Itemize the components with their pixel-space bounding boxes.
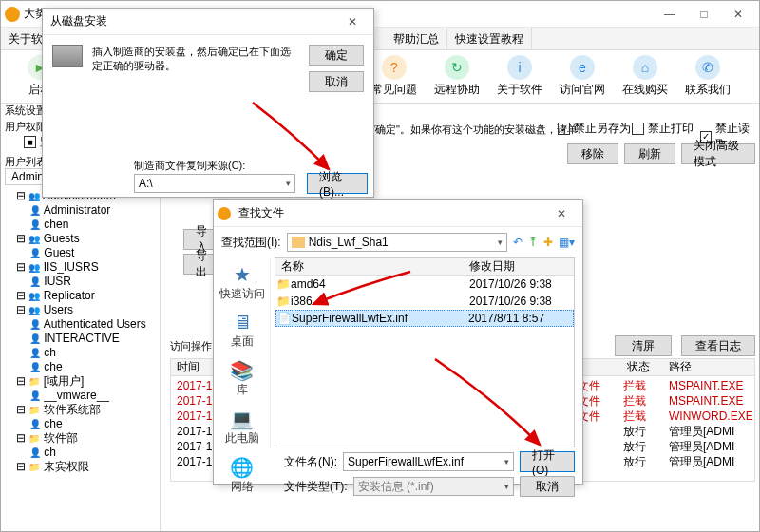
ftype-label: 文件类型(T): [284, 479, 348, 495]
tab-quick[interactable]: 快速设置教程 [447, 28, 532, 49]
range-label: 查找范围(I): [221, 235, 281, 251]
user-tree[interactable]: ⊟ 👥 Administrators👤 Administrator👤 chen⊟… [1, 187, 161, 531]
col-status: 状态 [627, 359, 669, 375]
tree-node[interactable]: ⊟ 👥 Users [3, 303, 158, 317]
src-path-select[interactable]: A:\▾ [134, 174, 295, 193]
tree-node[interactable]: 👤 ch [3, 346, 158, 360]
tree-node[interactable]: 👤 IUSR [3, 275, 158, 289]
tree-node[interactable]: 👤 chen [3, 218, 158, 232]
refresh-icon: ↻ [445, 55, 469, 80]
back-icon[interactable]: ↶ [513, 236, 522, 249]
toolbar-remote[interactable]: ↻远程协助 [434, 55, 480, 98]
minimize-button[interactable]: — [653, 4, 687, 25]
tree-node[interactable]: ⊟ 📁 [域用户] [3, 374, 158, 389]
install-msg: 插入制造商的安装盘，然后确定已在下面选定正确的驱动器。 [92, 45, 299, 92]
places-bar: ★快速访问🖥桌面📚库💻此电脑🌐网络 [214, 257, 271, 447]
check-deny-save[interactable]: ✓禁止另存为 [558, 121, 631, 137]
views-icon[interactable]: ▦▾ [559, 236, 575, 249]
open-button[interactable]: 打开(O) [520, 451, 575, 472]
fname-input[interactable]: SuperFirewallLwfEx.inf▾ [343, 452, 514, 471]
browse-title: 查找文件 [235, 205, 544, 221]
tree-node[interactable]: ⊟ 📁 软件系统部 [3, 403, 158, 417]
file-row[interactable]: 📁i3862017/10/26 9:38 [276, 293, 574, 310]
remove-button[interactable]: 移除 [567, 143, 618, 164]
clearscreen-button[interactable]: 清屏 [615, 335, 672, 356]
label-sys: 系统设置 [5, 104, 47, 118]
place-item[interactable]: ★快速访问 [219, 263, 265, 302]
home-icon: ⌂ [633, 55, 657, 80]
tree-node[interactable]: 👤 INTERACTIVE [3, 332, 158, 346]
install-close-button[interactable]: ✕ [335, 11, 370, 32]
close-adv-button[interactable]: 关闭高级模式 [681, 143, 755, 164]
disk-icon [52, 45, 83, 67]
tree-node[interactable]: 👤 Authenticated Users [3, 317, 158, 332]
chevron-down-icon: ▾ [498, 238, 503, 247]
tree-node[interactable]: ⊟ 👥 Guests [3, 232, 158, 246]
maximize-button[interactable]: □ [687, 4, 721, 25]
phone-icon: ✆ [695, 55, 720, 80]
col-path: 路径 [669, 359, 754, 375]
file-row[interactable]: 📄SuperFirewallLwfEx.inf2017/8/11 8:57 [276, 310, 574, 327]
tree-node[interactable]: 👤 Administrator [3, 203, 158, 218]
tree-node[interactable]: ⊟ 👥 Replicator [3, 289, 158, 303]
tree-node[interactable]: ⊟ 👥 IIS_IUSRS [3, 260, 158, 275]
col-name[interactable]: 名称 [276, 258, 469, 275]
tree-node[interactable]: 👤 __vmware__ [3, 389, 158, 403]
browse-close-button[interactable]: ✕ [544, 203, 579, 224]
install-title: 从磁盘安装 [47, 13, 335, 29]
src-label: 制造商文件复制来源(C): [134, 159, 245, 173]
toolbar-faq[interactable]: ?常见问题 [371, 55, 417, 98]
browse-button[interactable]: 浏览(B)... [307, 173, 368, 194]
file-row[interactable]: 📁amd642017/10/26 9:38 [276, 276, 574, 293]
browse-titlebar: 查找文件 ✕ [214, 200, 582, 227]
tree-node[interactable]: ⊟ 📁 来宾权限 [3, 460, 158, 474]
question-icon: ? [382, 55, 407, 80]
close-button[interactable]: ✕ [721, 4, 755, 25]
tree-node[interactable]: ⊟ 📁 软件部 [3, 431, 158, 446]
toolbar-buy[interactable]: ⌂在线购买 [622, 55, 668, 98]
check-deny-print[interactable]: 禁止打印 [632, 121, 694, 137]
newfolder-icon[interactable]: ✚ [543, 236, 553, 249]
browse-cancel-button[interactable]: 取消 [520, 476, 575, 497]
place-item[interactable]: 📚库 [230, 359, 254, 398]
label-ulist: 用户列表 [5, 155, 47, 169]
tree-node[interactable]: 👤 Guest [3, 246, 158, 260]
tree-node[interactable]: 👤 che [3, 360, 158, 374]
ftype-select[interactable]: 安装信息 (*.inf)▾ [353, 477, 514, 496]
toolbar-website[interactable]: e访问官网 [560, 55, 605, 98]
tree-node[interactable]: 👤 che [3, 417, 158, 431]
tree-node[interactable]: 👤 ch [3, 446, 158, 460]
info-icon: i [507, 55, 532, 80]
app-icon [218, 207, 231, 220]
place-item[interactable]: 💻此电脑 [225, 408, 259, 446]
install-cancel-button[interactable]: 取消 [309, 71, 364, 92]
folder-icon [292, 237, 305, 248]
chevron-down-icon: ▾ [286, 179, 291, 188]
hint-text: "确定"。如果你有这个功能的安装磁盘，请单 [371, 123, 578, 137]
label-perm: 用户权限 [5, 120, 47, 134]
ie-icon: e [570, 55, 595, 80]
viewlog-button[interactable]: 查看日志 [681, 335, 755, 356]
place-item[interactable]: 🌐网络 [230, 456, 254, 495]
tab-help[interactable]: 帮助汇总 [386, 28, 447, 49]
place-item[interactable]: 🖥桌面 [231, 312, 254, 350]
toolbar-contact[interactable]: ✆联系我们 [685, 55, 731, 98]
fname-label: 文件名(N): [284, 454, 337, 470]
install-dialog: 从磁盘安装 ✕ 插入制造商的安装盘，然后确定已在下面选定正确的驱动器。 确定 取… [42, 8, 374, 198]
col-date[interactable]: 修改日期 [469, 258, 574, 275]
install-ok-button[interactable]: 确定 [309, 45, 364, 66]
up-icon[interactable]: ⤒ [528, 236, 538, 249]
folder-select[interactable]: Ndis_Lwf_Sha1▾ [287, 233, 507, 252]
browse-dialog: 查找文件 ✕ 查找范围(I): Ndis_Lwf_Sha1▾ ↶ ⤒ ✚ ▦▾ … [213, 200, 583, 484]
app-icon [5, 7, 20, 22]
install-titlebar: 从磁盘安装 ✕ [43, 9, 373, 35]
toolbar-about[interactable]: i关于软件 [497, 55, 542, 98]
refresh-button[interactable]: 刷新 [624, 143, 675, 164]
